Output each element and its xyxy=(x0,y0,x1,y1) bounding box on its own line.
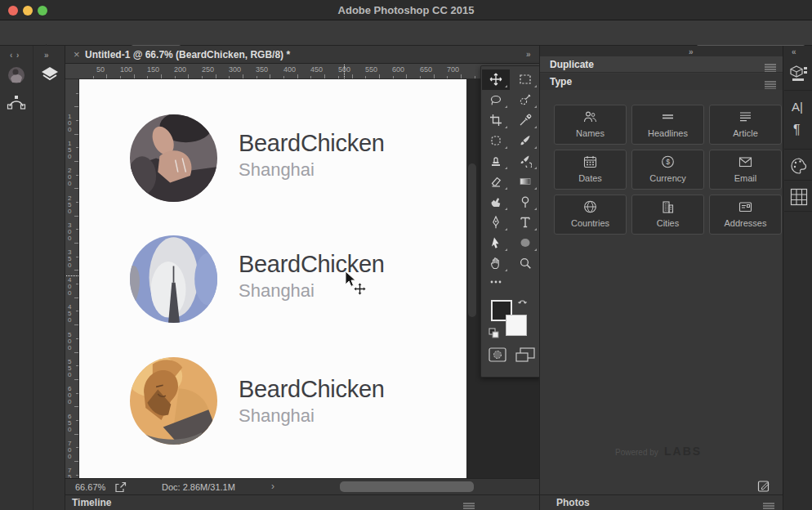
zoom-level-field[interactable]: 66.67% xyxy=(75,482,105,492)
history-brush-tool[interactable] xyxy=(511,151,539,172)
card-name[interactable]: BeardChicken xyxy=(239,130,385,157)
duplicate-panel-title: Duplicate xyxy=(550,56,594,73)
eyedropper-tool[interactable] xyxy=(511,110,539,131)
clone-stamp-tool[interactable] xyxy=(482,151,510,172)
titlebar: Adobe Photoshop CC 2015 xyxy=(0,0,812,20)
button-label: Cities xyxy=(632,218,703,228)
dates-button[interactable]: Dates xyxy=(554,150,627,190)
divider xyxy=(784,90,812,91)
photoshop-window: Adobe Photoshop CC 2015 ▾ ✓ Auto-Select:… xyxy=(0,0,812,510)
currency-button[interactable]: $Currency xyxy=(631,150,704,190)
move-tool[interactable] xyxy=(482,69,510,90)
swap-colors-icon[interactable] xyxy=(517,295,530,310)
type-panel-title: Type xyxy=(550,74,572,90)
profile-avatar-3[interactable] xyxy=(130,357,217,445)
card-name[interactable]: BeardChicken xyxy=(239,376,385,403)
pen-tool[interactable] xyxy=(482,212,510,233)
smudge-tool[interactable] xyxy=(482,192,510,212)
color-panel-icon[interactable] xyxy=(790,157,808,178)
card-city[interactable]: Shanghai xyxy=(239,405,315,427)
healing-patch-tool[interactable] xyxy=(482,131,510,151)
horizontal-ruler-ticks: 5010015020025030035040045050055060065070… xyxy=(79,64,539,78)
cities-button[interactable]: Cities xyxy=(631,195,704,235)
card-city[interactable]: Shanghai xyxy=(239,159,315,181)
vertical-scrollbar[interactable] xyxy=(468,163,476,317)
background-color-swatch[interactable] xyxy=(506,315,527,336)
close-tab-icon[interactable]: × xyxy=(74,46,80,64)
window-title: Adobe Photoshop CC 2015 xyxy=(0,0,812,20)
timeline-panel-header[interactable]: Timeline xyxy=(65,494,539,510)
dock-divider xyxy=(33,46,33,510)
document-size-readout[interactable]: Doc: 2.86M/31.1M xyxy=(162,482,235,492)
photos-title: Photos xyxy=(556,495,590,510)
edit-toolbar-dots-icon[interactable] xyxy=(482,274,510,294)
panel-menu-icon[interactable] xyxy=(462,499,475,510)
button-label: Addresses xyxy=(710,218,781,228)
card-city[interactable]: Shanghai xyxy=(239,280,315,302)
document-tab-title[interactable]: Untitled-1 @ 66.7% (BeardChicken, RGB/8)… xyxy=(85,46,290,64)
screen-mode-icon[interactable] xyxy=(515,347,535,365)
swatches-panel-icon[interactable] xyxy=(790,188,808,209)
article-button[interactable]: Article xyxy=(709,105,782,145)
crop-tool[interactable] xyxy=(482,110,510,131)
ruler-cursor-marker-h xyxy=(344,65,345,78)
quick-selection-tool[interactable] xyxy=(511,90,539,110)
expand-dock-chevron-icon[interactable]: » xyxy=(44,51,50,60)
collapse-dock-chevron-icon[interactable]: ‹ › xyxy=(10,51,20,60)
button-label: Currency xyxy=(632,173,703,183)
button-label: Countries xyxy=(555,218,626,228)
profile-avatar-2[interactable] xyxy=(130,235,217,323)
type-tool[interactable] xyxy=(511,212,539,233)
panel-menu-icon[interactable] xyxy=(762,499,775,510)
edit-compose-icon[interactable] xyxy=(757,479,771,496)
type-panel-header[interactable]: Type xyxy=(540,74,783,90)
headlines-button[interactable]: Headlines xyxy=(631,105,704,145)
canvas[interactable]: BeardChicken Shanghai BeardChicken Shang… xyxy=(79,79,466,478)
generator-panel-icon[interactable] xyxy=(789,64,809,87)
document-tab-bar: × Untitled-1 @ 66.7% (BeardChicken, RGB/… xyxy=(65,46,539,64)
hand-tool[interactable] xyxy=(482,253,510,274)
zoom-tool[interactable] xyxy=(511,253,539,274)
eraser-tool[interactable] xyxy=(482,172,510,192)
button-label: Names xyxy=(555,128,626,138)
tab-overflow-chevron-icon[interactable]: » xyxy=(526,50,532,59)
labs-logo: LABS xyxy=(664,445,702,458)
paragraph-panel-icon[interactable]: ¶ xyxy=(793,123,801,137)
default-colors-icon[interactable] xyxy=(489,328,500,342)
gradient-tool[interactable] xyxy=(511,172,539,192)
duplicate-panel-header[interactable]: Duplicate xyxy=(540,56,783,73)
image-thumbnail-panel-icon[interactable] xyxy=(7,65,26,88)
dodge-tool[interactable] xyxy=(511,192,539,212)
move-tool-cursor xyxy=(343,271,368,300)
collapse-dock-chevron-icon[interactable]: » xyxy=(689,47,694,56)
character-panel-icon[interactable]: A| xyxy=(792,100,803,114)
right-dock: » Duplicate Type Names Headlines Article… xyxy=(539,46,783,510)
shape-tool[interactable] xyxy=(511,233,539,253)
countries-button[interactable]: Countries xyxy=(554,195,627,235)
dock-header-strip: » xyxy=(540,46,783,56)
expand-strip-chevron-icon[interactable]: « xyxy=(792,47,797,56)
brush-tool[interactable] xyxy=(511,131,539,151)
powered-by-label: Powered by xyxy=(615,448,658,457)
document-status-bar: 66.67% Doc: 2.86M/31.1M › xyxy=(65,478,539,494)
status-chevron-icon[interactable]: › xyxy=(271,481,274,492)
email-button[interactable]: Email xyxy=(709,150,782,190)
profile-avatar-1[interactable] xyxy=(130,114,217,202)
layers-panel-icon[interactable] xyxy=(39,65,60,88)
names-button[interactable]: Names xyxy=(554,105,627,145)
tool-options-bar: ▾ ✓ Auto-Select: Layer▾ Show Transform C… xyxy=(0,20,812,46)
quick-mask-icon[interactable] xyxy=(489,347,506,365)
photos-panel-header[interactable]: Photos xyxy=(540,494,783,510)
marquee-tool[interactable] xyxy=(511,69,539,90)
tools-panel xyxy=(480,65,541,378)
horizontal-scrollbar[interactable] xyxy=(340,481,474,492)
lasso-tool[interactable] xyxy=(482,90,510,110)
left-dock: ‹ › » xyxy=(0,46,65,510)
paths-panel-icon[interactable] xyxy=(6,92,27,116)
svg-text:$: $ xyxy=(666,158,670,166)
panel-menu-icon[interactable] xyxy=(764,78,777,92)
path-selection-tool[interactable] xyxy=(482,233,510,253)
addresses-button[interactable]: Addresses xyxy=(709,195,782,235)
divider xyxy=(784,180,812,181)
button-label: Dates xyxy=(555,173,626,183)
